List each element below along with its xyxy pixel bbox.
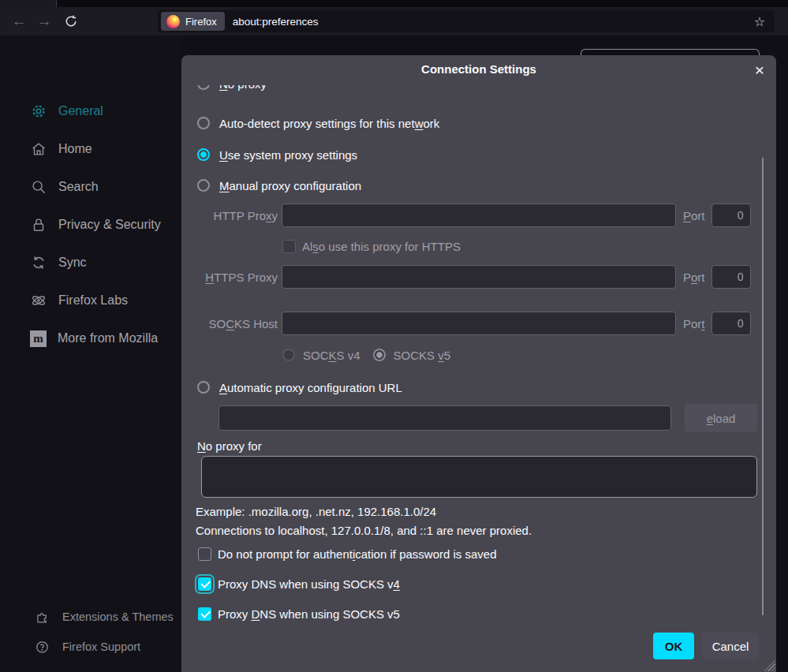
sidebar-item-label: General (58, 104, 103, 118)
system-proxy-radio[interactable] (197, 148, 210, 161)
firefox-logo-icon (166, 15, 180, 28)
search-icon (30, 178, 47, 196)
socks-port-label: Port (683, 317, 705, 330)
sidebar-item-search[interactable]: Search (0, 171, 181, 203)
https-port-label: Port (683, 271, 705, 284)
auto-config-url-radio[interactable] (197, 381, 210, 394)
checkbox-label: Do not prompt for authentication if pass… (218, 547, 497, 561)
also-https-row: Also use this proxy for HTTPS (282, 238, 461, 254)
no-proxy-radio[interactable] (197, 85, 210, 90)
radio-row-autodetect: Auto-detect proxy settings for this netw… (197, 114, 439, 133)
proxy-dns-socks-v5-checkbox[interactable] (198, 607, 211, 621)
sidebar-item-label: Home (58, 142, 92, 156)
close-icon[interactable]: × (749, 60, 770, 80)
sidebar-item-privacy-security[interactable]: Privacy & Security (0, 209, 181, 241)
socks-host-input (282, 312, 676, 335)
proxy-dns-v5-row: Proxy DNS when using SOCKS v5 (198, 606, 400, 622)
active-tab[interactable] (0, 0, 57, 7)
socks-v5-radio (373, 349, 386, 361)
sidebar-item-firefox-labs[interactable]: Firefox Labs (0, 285, 181, 316)
checkbox-label: Proxy DNS when using SOCKS v5 (218, 607, 400, 621)
http-port-label: Port (683, 209, 705, 222)
radio-label: Use system proxy settings (219, 148, 357, 162)
http-proxy-label: HTTP Proxy (197, 209, 282, 222)
proxy-dns-v4-row: Proxy DNS when using SOCKS v4 (198, 576, 400, 592)
dialog-scrollbar-thumb[interactable] (762, 158, 764, 615)
autodetect-proxy-radio[interactable] (197, 117, 210, 129)
sidebar-item-sync[interactable]: Sync (0, 247, 181, 278)
find-in-settings-search-box[interactable] (581, 49, 760, 55)
forward-icon: → (37, 13, 52, 30)
resize-grip[interactable] (764, 659, 775, 671)
sidebar-item-label: Privacy & Security (58, 218, 161, 232)
radio-row-manual-proxy: Manual proxy configuration (197, 176, 361, 195)
home-icon (30, 140, 47, 158)
radio-row-auto-url: Automatic proxy configuration URL (197, 378, 402, 397)
auto-url-input-row (218, 405, 671, 431)
proxy-dns-socks-v4-checkbox[interactable] (198, 577, 211, 591)
https-port-input (711, 265, 751, 289)
https-proxy-row: HTTPS Proxy Port (197, 265, 751, 289)
radio-label: SOCKS v4 (303, 349, 360, 362)
back-button[interactable]: ← (6, 7, 32, 35)
url-text: about:preferences (233, 16, 319, 28)
sidebar-item-label: Firefox Support (62, 640, 140, 653)
sidebar-item-home[interactable]: Home (0, 133, 181, 165)
radio-label: SOCKS v5 (394, 349, 451, 362)
example-line-2: Connections to localhost, 127.0.0.1/8, a… (196, 522, 532, 538)
socks-port-input (711, 312, 751, 335)
preferences-sidebar: General Home Search Privacy & Security S… (0, 35, 181, 672)
sidebar-item-more-from-mozilla[interactable]: m More from Mozilla (0, 323, 181, 354)
sync-icon (30, 254, 47, 271)
auth-prompt-row: Do not prompt for authentication if pass… (198, 546, 497, 562)
search-engine-chip[interactable]: Firefox (161, 12, 225, 31)
http-proxy-input (282, 203, 676, 227)
sidebar-item-label: Extensions & Themes (62, 610, 174, 623)
navigation-toolbar: ← → Firefox about:preferences ☆ (0, 7, 788, 35)
radio-label: Manual proxy configuration (219, 179, 361, 192)
no-proxy-for-textarea[interactable] (201, 456, 757, 498)
connection-settings-dialog: Connection Settings × No proxy Auto-dete… (181, 55, 776, 672)
socks-v4-radio (282, 349, 295, 361)
bookmark-star-icon[interactable]: ☆ (754, 10, 765, 32)
clipped-no-proxy-row: No proxy (197, 85, 513, 93)
puzzle-piece-icon (35, 610, 50, 625)
no-auth-prompt-checkbox[interactable] (198, 547, 211, 561)
no-proxy-for-label: No proxy for (197, 438, 262, 454)
url-bar[interactable]: Firefox about:preferences ☆ (158, 10, 775, 32)
manual-proxy-radio[interactable] (197, 179, 210, 192)
socks-host-label: SOCKS Host (197, 317, 282, 330)
sidebar-item-label: Search (58, 180, 99, 194)
tab-strip (0, 0, 788, 7)
sidebar-item-extensions-themes[interactable]: Extensions & Themes (0, 601, 181, 633)
reload-page-button[interactable] (58, 7, 84, 35)
lock-icon (30, 216, 47, 233)
reload-button: eload (685, 404, 757, 432)
cancel-button[interactable]: Cancel (702, 633, 759, 659)
reload-icon (64, 14, 78, 28)
sidebar-item-firefox-support[interactable]: Firefox Support (0, 631, 181, 663)
sidebar-item-label: More from Mozilla (58, 331, 158, 345)
http-port-input (711, 203, 751, 227)
socks-host-row: SOCKS Host Port (197, 312, 751, 335)
radio-row-system-proxy: Use system proxy settings (197, 145, 357, 164)
auto-config-url-input (218, 405, 671, 431)
checkbox-label: Proxy DNS when using SOCKS v4 (218, 577, 400, 591)
also-use-for-https-checkbox (282, 240, 296, 253)
http-proxy-row: HTTP Proxy Port (197, 203, 751, 227)
ok-button[interactable]: OK (653, 633, 694, 659)
socks-version-row: SOCKS v4 SOCKS v5 (282, 347, 450, 363)
atom-icon (30, 292, 47, 309)
dialog-title: Connection Settings (181, 55, 776, 82)
sidebar-item-general[interactable]: General (0, 95, 181, 127)
gear-icon (30, 103, 47, 120)
radio-label: No proxy (219, 85, 267, 91)
checkbox-label: Also use this proxy for HTTPS (302, 240, 461, 253)
sidebar-item-label: Firefox Labs (58, 293, 128, 308)
forward-button[interactable]: → (32, 7, 57, 35)
engine-chip-label: Firefox (185, 16, 217, 28)
back-icon: ← (12, 13, 27, 30)
mozilla-logo-icon: m (30, 330, 47, 347)
radio-label: Automatic proxy configuration URL (219, 381, 402, 394)
https-proxy-input (282, 265, 676, 289)
